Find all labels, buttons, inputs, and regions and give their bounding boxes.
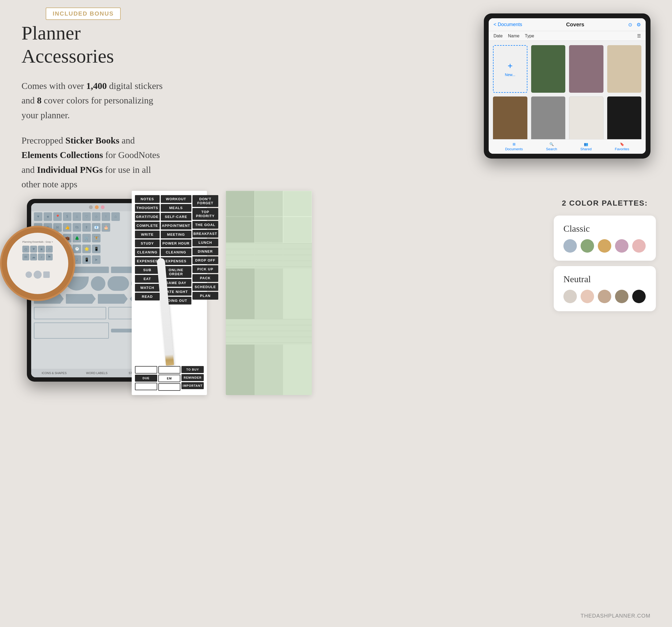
shared-label: Shared bbox=[580, 147, 592, 151]
label-watch: WATCH bbox=[135, 284, 160, 292]
bottom-section: Planning Essentials - Gray > ⊙ ♥ ★ ⌂ ✉ ☁… bbox=[0, 177, 672, 607]
search-icon: 🔍 bbox=[549, 142, 554, 146]
panel-icon-4[interactable]: ⌂ bbox=[46, 246, 53, 252]
back-button[interactable]: < Documents bbox=[494, 22, 522, 27]
cover-green[interactable] bbox=[531, 45, 566, 93]
sort-date[interactable]: Date bbox=[494, 33, 503, 39]
sticker-arrow[interactable]: ↑ bbox=[102, 212, 110, 221]
cover-black[interactable] bbox=[607, 96, 642, 139]
cover-cream[interactable] bbox=[607, 45, 642, 93]
sticker-thumb[interactable]: 👍 bbox=[63, 223, 72, 232]
swatch-12 bbox=[283, 294, 312, 319]
sticker-dollar[interactable]: $ bbox=[63, 212, 72, 221]
panel-icon-8[interactable]: ⚑ bbox=[46, 254, 53, 260]
covers-title: Covers bbox=[566, 22, 584, 28]
shared-icon: 👥 bbox=[584, 142, 588, 146]
word-labels-col-3: DON'T FORGET TOP PRIORITY THE GOAL BREAK… bbox=[192, 195, 218, 364]
label-thoughts: THOUGHTS bbox=[135, 204, 160, 212]
neutral-swatch-black bbox=[632, 290, 646, 303]
sticker-phone[interactable]: 📱 bbox=[92, 245, 100, 253]
shape-banner-3 bbox=[98, 294, 128, 304]
swatch-lines-4 bbox=[226, 319, 255, 344]
swatch-10 bbox=[226, 294, 255, 319]
tab-search[interactable]: 🔍 Search bbox=[546, 142, 557, 151]
panel-icon-2[interactable]: ♥ bbox=[30, 246, 37, 252]
sticker-heart[interactable]: ♥ bbox=[34, 212, 43, 221]
neutral-swatches bbox=[563, 290, 646, 303]
sticker-clock2[interactable]: 🕐 bbox=[73, 245, 81, 253]
new-cover-button[interactable]: + New... bbox=[493, 45, 527, 93]
sticker-heart2[interactable]: ♡ bbox=[82, 212, 91, 221]
sticker-star2[interactable]: ☆ bbox=[92, 212, 100, 221]
label-pack: PACK bbox=[192, 274, 218, 282]
tab-favorites[interactable]: 🔖 Favorites bbox=[615, 142, 629, 151]
sticker-send[interactable]: ➤ bbox=[92, 255, 100, 264]
favorites-label: Favorites bbox=[615, 147, 629, 151]
classic-swatch-mauve bbox=[615, 239, 628, 252]
swatch-15 bbox=[283, 344, 312, 370]
label-read: READ bbox=[135, 293, 160, 300]
tab-word-labels[interactable]: WORD LABELS bbox=[75, 370, 118, 376]
refresh-icon[interactable]: ⊙ bbox=[628, 22, 632, 28]
swatch-5 bbox=[255, 217, 283, 242]
sticker-mail2[interactable]: 📧 bbox=[92, 223, 100, 232]
panel-icon-7[interactable]: ♪ bbox=[38, 254, 45, 260]
color-palette-section: 2 COLOR PALETTES: Classic Neutral bbox=[554, 199, 656, 317]
sort-menu-icon[interactable]: ☰ bbox=[637, 33, 641, 39]
swatch-6 bbox=[283, 217, 312, 242]
sticker-star[interactable]: ★ bbox=[44, 212, 52, 221]
plus-icon: + bbox=[507, 61, 512, 71]
classic-swatches bbox=[563, 239, 646, 252]
label-power-hour: POWER HOUR bbox=[161, 239, 191, 247]
documents-icon: ⊞ bbox=[512, 142, 515, 146]
label-to-buy: TO BUY bbox=[182, 366, 204, 373]
sort-type[interactable]: Type bbox=[525, 33, 534, 39]
classic-swatch-blue bbox=[563, 239, 577, 252]
panel-icon-6[interactable]: ☁ bbox=[30, 254, 37, 260]
cover-light[interactable] bbox=[569, 96, 603, 139]
ipad-nav-bar: < Documents Covers ⊙ ⚙ bbox=[489, 18, 646, 31]
swatch-18 bbox=[283, 370, 312, 395]
sticker-home[interactable]: ⌂ bbox=[73, 212, 81, 221]
label-appointment: APPOINTMENT bbox=[161, 222, 191, 230]
sticker-cross2[interactable]: ✝ bbox=[82, 223, 91, 232]
tab-icons-shapes[interactable]: ICONS & SHAPES bbox=[33, 370, 75, 376]
label-gratitude: GRATITUDE bbox=[135, 213, 160, 221]
swatch-lines-3 bbox=[283, 243, 312, 268]
swatch-8 bbox=[255, 268, 283, 294]
panel-icon-5[interactable]: ✉ bbox=[22, 254, 29, 260]
label-pick-up: PICK UP bbox=[192, 265, 218, 273]
sticker-barbell[interactable]: 🏋 bbox=[92, 234, 100, 242]
shape-outline-rect-1 bbox=[34, 307, 106, 319]
label-workout: WORKOUT bbox=[161, 195, 191, 203]
label-breakfast: BREAKFAST bbox=[192, 230, 218, 238]
neutral-swatch-2 bbox=[581, 290, 594, 303]
classic-swatch-green bbox=[581, 239, 594, 252]
label-cleaning: CLEANING bbox=[135, 248, 160, 256]
sticker-cart[interactable]: 🛒 bbox=[82, 234, 91, 242]
tab-documents[interactable]: ⊞ Documents bbox=[505, 142, 523, 151]
sticker-pin[interactable]: 📍 bbox=[53, 212, 62, 221]
shape-outline-large-1 bbox=[34, 322, 109, 339]
cover-gray[interactable] bbox=[531, 96, 566, 139]
sticker-device[interactable]: 📱 bbox=[82, 255, 91, 264]
sticker-bag[interactable]: 🛍 bbox=[73, 223, 81, 232]
cover-mauve[interactable] bbox=[569, 45, 603, 93]
panel-icon-3[interactable]: ★ bbox=[38, 246, 45, 252]
sticker-tree[interactable]: 🌲 bbox=[73, 234, 81, 242]
sort-name[interactable]: Name bbox=[508, 33, 520, 39]
label-study: STUDY bbox=[135, 239, 160, 247]
label-drop-off: DROP OFF bbox=[192, 257, 218, 264]
swatch-16 bbox=[226, 370, 255, 395]
sticker-star3[interactable]: 🌟 bbox=[82, 245, 91, 253]
cover-brown[interactable] bbox=[493, 96, 527, 139]
swatch-lines-6 bbox=[283, 319, 312, 344]
label-cleaning-2: CLEANING bbox=[161, 248, 191, 256]
settings-icon[interactable]: ⚙ bbox=[637, 22, 641, 28]
label-notes: NOTES bbox=[135, 195, 160, 203]
panel-icon-1[interactable]: ⊙ bbox=[22, 246, 29, 252]
sticker-cake[interactable]: 🎂 bbox=[102, 223, 110, 232]
swatch-2 bbox=[255, 191, 283, 217]
sticker-home2[interactable]: ⌂ bbox=[111, 212, 120, 221]
tab-shared[interactable]: 👥 Shared bbox=[580, 142, 592, 151]
